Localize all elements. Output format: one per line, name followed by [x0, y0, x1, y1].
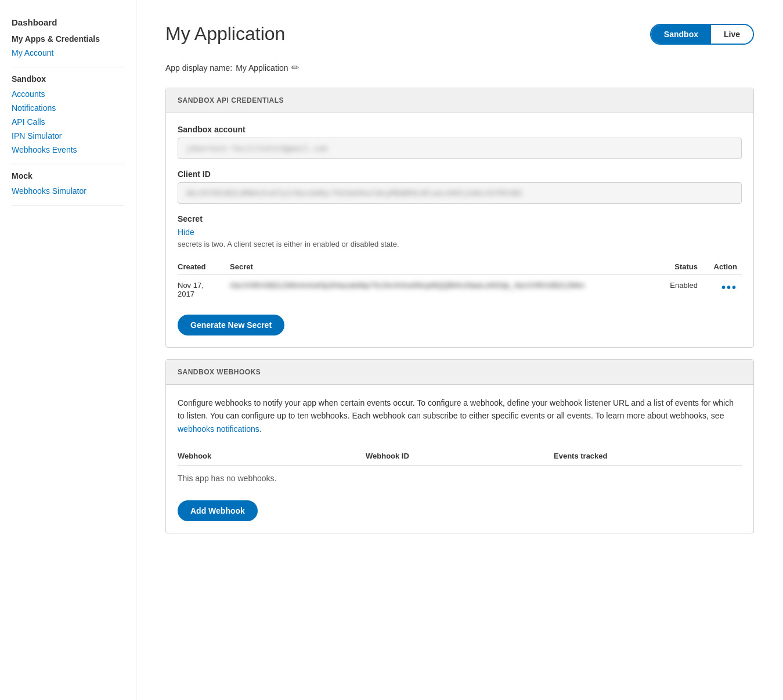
env-toggle: Sandbox Live [650, 24, 754, 45]
sidebar-item-api-calls[interactable]: API Calls [12, 115, 124, 129]
page-title: My Application [165, 23, 285, 45]
secret-table: Created Secret Status Action Nov 17,2017… [178, 259, 742, 304]
secret-section: Secret Hide secrets is two. A client sec… [178, 214, 742, 248]
webhook-desc-part2: . [259, 424, 262, 434]
col-header-status: Status [661, 259, 707, 275]
sidebar-sandbox-heading: Sandbox [12, 74, 124, 84]
secret-label: Secret [178, 214, 742, 223]
no-webhooks-message: This app has no webhooks. [178, 466, 742, 492]
sidebar-divider-2 [12, 164, 124, 164]
app-display-name-row: App display name: My Application ✏ [165, 62, 754, 73]
client-id-value: AbcXXfKhSB2LDMmhnhsKfp3rNacdeMqr7hU3mXHn… [178, 182, 742, 204]
sidebar: Dashboard My Apps & Credentials My Accou… [0, 0, 136, 700]
sandbox-button[interactable]: Sandbox [651, 25, 711, 44]
webhook-desc-part1: Configure webhooks to notify your app wh… [178, 398, 734, 420]
app-display-name-value: My Application [236, 63, 288, 73]
enabled-status: Enabled [670, 281, 698, 290]
col-header-webhook-id: Webhook ID [366, 447, 554, 466]
webhooks-card: SANDBOX WEBHOOKS Configure webhooks to n… [165, 359, 754, 533]
webhook-description: Configure webhooks to notify your app wh… [178, 396, 742, 435]
credentials-card-header: SANDBOX API CREDENTIALS [166, 88, 753, 113]
add-webhook-button[interactable]: Add Webhook [178, 500, 258, 521]
edit-icon[interactable]: ✏ [291, 62, 299, 73]
secret-action[interactable]: ••• [707, 275, 742, 305]
sidebar-item-ipn-simulator[interactable]: IPN Simulator [12, 129, 124, 143]
sidebar-item-webhooks-events[interactable]: Webhooks Events [12, 143, 124, 157]
webhooks-card-header: SANDBOX WEBHOOKS [166, 360, 753, 385]
credentials-card-body: Sandbox account jdoe+test-facilitator@gm… [166, 113, 753, 347]
col-header-webhook: Webhook [178, 447, 366, 466]
sidebar-dashboard-heading: Dashboard [12, 17, 124, 27]
col-header-action: Action [707, 259, 742, 275]
client-id-label: Client ID [178, 169, 742, 179]
secret-created-date: Nov 17,2017 [178, 275, 230, 305]
sandbox-account-field: Sandbox account jdoe+test-facilitator@gm… [178, 125, 742, 159]
sidebar-divider-3 [12, 205, 124, 205]
client-id-field: Client ID AbcXXfKhSB2LDMmhnhsKfp3rNacdeM… [178, 169, 742, 204]
sandbox-account-label: Sandbox account [178, 125, 742, 134]
secret-status: Enabled [661, 275, 707, 305]
webhook-table: Webhook Webhook ID Events tracked This a… [178, 447, 742, 491]
generate-secret-button[interactable]: Generate New Secret [178, 315, 284, 335]
secret-value-blurred: AbcXXfKhSB2LDMmhnhsKfp3rNacdeMqr7hU3mXHn… [230, 281, 584, 290]
sidebar-item-accounts[interactable]: Accounts [12, 87, 124, 101]
col-header-created: Created [178, 259, 230, 275]
col-header-events-tracked: Events tracked [554, 447, 742, 466]
webhooks-notifications-link[interactable]: webhooks notifications [178, 424, 259, 434]
sidebar-mock-heading: Mock [12, 171, 124, 181]
credentials-card: SANDBOX API CREDENTIALS Sandbox account … [165, 88, 754, 348]
sidebar-item-webhooks-simulator[interactable]: Webhooks Simulator [12, 184, 124, 198]
live-button[interactable]: Live [711, 25, 753, 44]
main-content: My Application Sandbox Live App display … [136, 0, 783, 700]
sidebar-item-my-account[interactable]: My Account [12, 46, 124, 60]
secret-description: secrets is two. A client secret is eithe… [178, 240, 742, 248]
sidebar-item-my-apps[interactable]: My Apps & Credentials [12, 32, 124, 46]
secret-value-cell: AbcXXfKhSB2LDMmhnhsKfp3rNacdeMqr7hU3mXHn… [230, 275, 661, 305]
sandbox-account-blurred: jdoe+test-facilitator@gmail.com [186, 144, 327, 153]
action-dots-icon[interactable]: ••• [721, 281, 737, 294]
sidebar-item-notifications[interactable]: Notifications [12, 101, 124, 115]
sandbox-account-value: jdoe+test-facilitator@gmail.com [178, 138, 742, 159]
client-id-blurred: AbcXXfKhSB2LDMmhnhsKfp3rNacdeMqr7hU3mXHn… [186, 189, 522, 197]
app-display-name-label: App display name: [165, 63, 232, 73]
page-header: My Application Sandbox Live [165, 23, 754, 45]
hide-link[interactable]: Hide [178, 228, 194, 237]
webhooks-card-body: Configure webhooks to notify your app wh… [166, 385, 753, 533]
col-header-secret: Secret [230, 259, 661, 275]
sidebar-divider-1 [12, 67, 124, 67]
no-webhooks-row: This app has no webhooks. [178, 466, 742, 492]
table-row: Nov 17,2017 AbcXXfKhSB2LDMmhnhsKfp3rNacd… [178, 275, 742, 305]
